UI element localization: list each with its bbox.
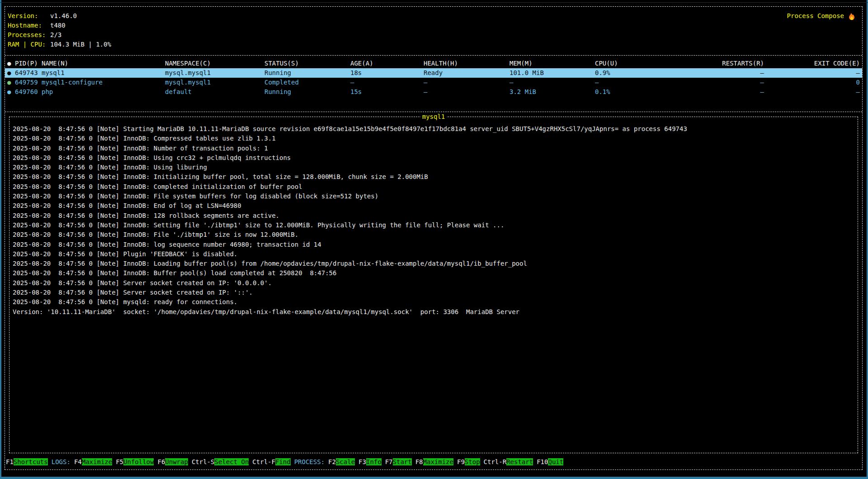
table-cell: –	[424, 78, 427, 87]
process-status-icon: ●	[7, 68, 11, 78]
log-panel[interactable]: mysql1 2025-08-20 8:47:56 0 [Note] Start…	[9, 117, 858, 453]
process-status-icon: ●	[7, 78, 11, 87]
table-cell: mysql1-configure	[42, 78, 103, 87]
shortcut-label: Stop	[465, 458, 480, 465]
shortcut-key: F3	[359, 458, 366, 465]
shortcut-label: Find	[275, 458, 291, 465]
shortcut-f10[interactable]: F10Quit	[537, 457, 563, 467]
table-cell: 18s	[350, 68, 362, 78]
table-row-mysql1-configure[interactable]: ●649759mysql1-configuremysql.mysql1Compl…	[5, 78, 862, 87]
table-row-mysql1[interactable]: ●649743mysql1mysql.mysql1Running18sReady…	[5, 68, 862, 78]
log-line: Version: '10.11.11-MariaDB' socket: '/ho…	[13, 307, 856, 317]
app-title-text: Process Compose	[787, 11, 844, 21]
col-header-status: STATUS(S)	[264, 59, 299, 68]
table-cell: –	[769, 87, 860, 97]
table-cell: Completed	[264, 78, 299, 87]
shortcut-f6[interactable]: F6Unwrap	[157, 457, 188, 467]
log-line: 2025-08-20 8:47:56 0 [Note] InnoDB: Init…	[13, 172, 856, 182]
col-header-exit-code: EXIT CODE(E)	[769, 59, 860, 68]
table-cell: Ready	[424, 68, 443, 78]
table-cell: 649743	[15, 68, 38, 78]
log-lines: 2025-08-20 8:47:56 0 [Note] Starting Mar…	[13, 124, 856, 317]
col-header-health: HEALTH(H)	[424, 59, 458, 68]
shortcut-label: Quit	[548, 458, 563, 465]
shortcut-label: Start	[393, 458, 412, 465]
shortcut-ctrl-s[interactable]: Ctrl-SSelect On	[192, 457, 249, 467]
shortcut-key: F9	[457, 458, 465, 465]
col-header-restarts: RESTARTS(R)	[656, 59, 764, 68]
shortcut-label: Maximize	[82, 458, 112, 465]
log-line: 2025-08-20 8:47:56 0 [Note] InnoDB: Sett…	[13, 221, 856, 230]
log-line: 2025-08-20 8:47:56 0 [Note] InnoDB: Comp…	[13, 134, 856, 143]
header-info-label: Processes:	[8, 30, 50, 40]
table-cell: mysql.mysql1	[165, 78, 211, 87]
table-cell: –	[350, 78, 354, 87]
shortcut-section-process: PROCESS:	[294, 457, 325, 467]
table-cell: –	[656, 78, 764, 87]
shortcut-label: Unwrap	[165, 458, 188, 465]
shortcut-key: F8	[415, 458, 423, 465]
col-header-mem: MEM(M)	[509, 59, 533, 68]
shortcut-f4[interactable]: F4Maximize	[74, 457, 112, 467]
shortcut-bar: F1ShortcutsLOGS:F4MaximizeF5UnfollowF6Un…	[6, 457, 567, 467]
shortcut-label: Info	[366, 458, 382, 465]
log-line: 2025-08-20 8:47:56 0 [Note] InnoDB: Usin…	[13, 163, 856, 172]
table-cell: 649760	[15, 87, 38, 97]
log-line: 2025-08-20 8:47:56 0 [Note] mysqld: read…	[13, 297, 856, 307]
log-line: 2025-08-20 8:47:56 0 [Note] InnoDB: File…	[13, 230, 856, 240]
table-cell: Running	[264, 87, 291, 97]
header-info-label: Version:	[8, 11, 50, 21]
table-cell: 0.1%	[595, 87, 610, 97]
shortcut-key: F1	[6, 458, 14, 465]
col-header-namespace: NAMESPACE(C)	[165, 59, 211, 68]
shortcut-f8[interactable]: F8Maximize	[415, 457, 453, 467]
shortcut-key: F2	[328, 458, 336, 465]
table-header-row: ● PID(P) NAME(N) NAMESPACE(C) STATUS(S) …	[5, 59, 862, 68]
shortcut-f1[interactable]: F1Shortcuts	[6, 457, 48, 467]
table-cell: 649759	[15, 78, 38, 87]
log-line: 2025-08-20 8:47:56 0 [Note] InnoDB: Load…	[13, 259, 856, 268]
shortcut-key: F6	[157, 458, 165, 465]
shortcut-key: Ctrl-S	[192, 458, 215, 465]
table-cell: –	[424, 87, 427, 97]
col-header-name: NAME(N)	[42, 59, 68, 68]
header-info-row: Hostname:t480	[8, 21, 66, 30]
table-row-php[interactable]: ●649760phpdefaultRunning15s–3.2 MiB0.1%–…	[5, 87, 862, 97]
table-cell: –	[595, 78, 599, 87]
log-line: 2025-08-20 8:47:56 0 [Note] InnoDB: End …	[13, 201, 856, 211]
shortcut-label: Maximize	[423, 458, 453, 465]
table-cell: 101.0 MiB	[509, 68, 544, 78]
table-cell: –	[656, 68, 764, 78]
shortcut-label: Select On	[214, 458, 249, 465]
shortcut-f3[interactable]: F3Info	[359, 457, 382, 467]
window-edge-left	[0, 0, 1, 479]
shortcut-ctrl-f[interactable]: Ctrl-FFind	[252, 457, 290, 467]
window-edge-bottom	[0, 477, 868, 479]
header-info-value: 104.3 MiB | 1.0%	[50, 41, 111, 48]
shortcut-key: Ctrl-F	[252, 458, 275, 465]
shortcut-key: F5	[116, 458, 123, 465]
process-compose-app: Version:v1.46.0Hostname:t480Processes:2/…	[5, 6, 863, 470]
shortcut-f5[interactable]: F5Unfollow	[116, 457, 154, 467]
col-header-pid: PID(P)	[15, 59, 38, 68]
header-info-row: Processes:2/3	[8, 30, 61, 40]
log-line: 2025-08-20 8:47:56 0 [Note] InnoDB: Numb…	[13, 144, 856, 153]
table-cell: Running	[264, 68, 291, 78]
col-header-cpu: CPU(U)	[595, 59, 618, 68]
table-cell: mysql1	[42, 68, 65, 78]
shortcut-f2[interactable]: F2Scale	[328, 457, 355, 467]
table-cell: 0	[769, 78, 860, 87]
log-line: 2025-08-20 8:47:56 0 [Note] Plugin 'FEED…	[13, 249, 856, 259]
shortcut-section-logs: LOGS:	[52, 457, 71, 467]
table-cell: –	[509, 78, 513, 87]
shortcut-f9[interactable]: F9Stop	[457, 457, 480, 467]
header-info-label: Hostname:	[8, 21, 50, 30]
shortcut-ctrl-r[interactable]: Ctrl-RRestart	[484, 457, 533, 467]
shortcut-f7[interactable]: F7Start	[385, 457, 412, 467]
log-line: 2025-08-20 8:47:56 0 [Note] InnoDB: Comp…	[13, 182, 856, 192]
shortcut-key: F4	[74, 458, 82, 465]
log-line: 2025-08-20 8:47:56 0 [Note] Starting Mar…	[13, 124, 856, 134]
log-line: 2025-08-20 8:47:56 0 [Note] InnoDB: Usin…	[13, 153, 856, 163]
table-cell: default	[165, 87, 192, 97]
log-line: 2025-08-20 8:47:56 0 [Note] InnoDB: Buff…	[13, 268, 856, 278]
